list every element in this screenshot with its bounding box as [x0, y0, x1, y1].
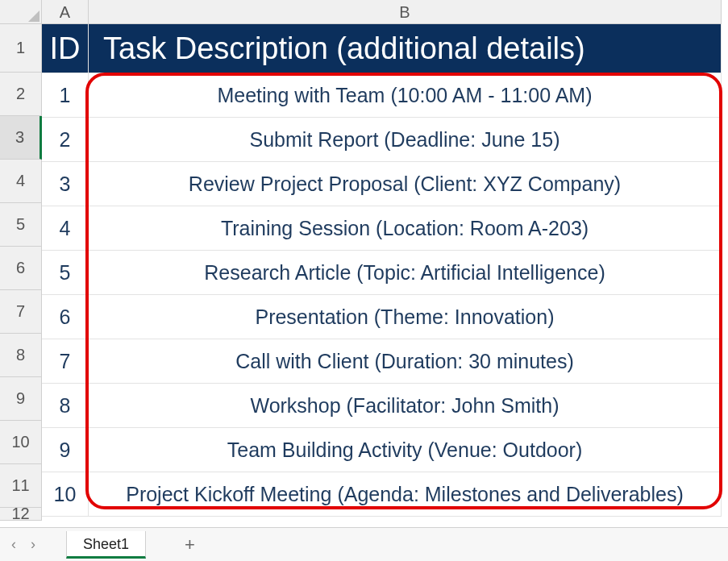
row-header-9[interactable]: 9 — [0, 377, 42, 421]
row-header-7[interactable]: 7 — [0, 290, 42, 334]
sheet-tab-active[interactable]: Sheet1 — [66, 531, 146, 559]
row-header-8[interactable]: 8 — [0, 334, 42, 377]
row-header-10[interactable]: 10 — [0, 421, 42, 464]
table-row: 1 Meeting with Team (10:00 AM - 11:00 AM… — [42, 73, 722, 118]
table-row: 5 Research Article (Topic: Artificial In… — [42, 251, 722, 295]
table-row: 6 Presentation (Theme: Innovation) — [42, 295, 722, 339]
cell-task[interactable]: Meeting with Team (10:00 AM - 11:00 AM) — [89, 73, 722, 117]
spreadsheet-grid: A B 1 2 3 4 5 6 7 8 9 10 11 12 ID Task D… — [0, 0, 728, 516]
column-header-B[interactable]: B — [89, 0, 722, 24]
row-header-5[interactable]: 5 — [0, 203, 42, 247]
cells-area: ID Task Description (additional details)… — [42, 24, 722, 517]
cell-task[interactable]: Workshop (Facilitator: John Smith) — [89, 384, 722, 427]
cell-task[interactable]: Training Session (Location: Room A-203) — [89, 206, 722, 250]
cell-id[interactable]: 9 — [42, 428, 89, 472]
cell-task[interactable]: Research Article (Topic: Artificial Inte… — [89, 251, 722, 294]
table-row: 7 Call with Client (Duration: 30 minutes… — [42, 339, 722, 384]
row-header-4[interactable]: 4 — [0, 160, 42, 203]
cell-id[interactable]: 2 — [42, 118, 89, 161]
cell-id[interactable]: 10 — [42, 472, 89, 516]
table-row: 9 Team Building Activity (Venue: Outdoor… — [42, 428, 722, 472]
cell-id[interactable]: 3 — [42, 162, 89, 206]
cell-task[interactable]: Presentation (Theme: Innovation) — [89, 295, 722, 339]
row-header-2[interactable]: 2 — [0, 73, 42, 116]
cell-task[interactable]: Team Building Activity (Venue: Outdoor) — [89, 428, 722, 472]
cell-id[interactable]: 4 — [42, 206, 89, 250]
add-sheet-button[interactable]: + — [185, 534, 195, 555]
cell-task[interactable]: Submit Report (Deadline: June 15) — [89, 118, 722, 161]
row-header-11[interactable]: 11 — [0, 464, 42, 508]
table-row: 3 Review Project Proposal (Client: XYZ C… — [42, 162, 722, 206]
cell-task[interactable]: Review Project Proposal (Client: XYZ Com… — [89, 162, 722, 206]
cell-id[interactable]: 1 — [42, 73, 89, 117]
tab-nav-next-icon[interactable]: › — [31, 536, 35, 553]
header-cell-task[interactable]: Task Description (additional details) — [89, 24, 722, 73]
table-row: 2 Submit Report (Deadline: June 15) — [42, 118, 722, 162]
cell-task[interactable]: Call with Client (Duration: 30 minutes) — [89, 339, 722, 383]
cell-id[interactable]: 5 — [42, 251, 89, 294]
tab-nav-prev-icon[interactable]: ‹ — [11, 536, 16, 553]
table-row: 10 Project Kickoff Meeting (Agenda: Mile… — [42, 472, 722, 517]
header-cell-id[interactable]: ID — [42, 24, 89, 73]
select-all-triangle-icon — [28, 10, 40, 22]
row-headers: 1 2 3 4 5 6 7 8 9 10 11 12 — [0, 24, 42, 521]
table-header-row: ID Task Description (additional details) — [42, 24, 722, 73]
select-all-corner[interactable] — [0, 0, 42, 24]
row-header-3[interactable]: 3 — [0, 116, 42, 160]
table-row: 4 Training Session (Location: Room A-203… — [42, 206, 722, 251]
sheet-tab-bar: ‹ › Sheet1 + — [0, 527, 728, 561]
row-header-6[interactable]: 6 — [0, 247, 42, 290]
table-row: 8 Workshop (Facilitator: John Smith) — [42, 384, 722, 428]
cell-id[interactable]: 7 — [42, 339, 89, 383]
cell-task[interactable]: Project Kickoff Meeting (Agenda: Milesto… — [89, 472, 722, 516]
row-header-12[interactable]: 12 — [0, 508, 42, 521]
cell-id[interactable]: 8 — [42, 384, 89, 427]
row-header-1[interactable]: 1 — [0, 24, 42, 73]
cell-id[interactable]: 6 — [42, 295, 89, 339]
column-headers: A B — [42, 0, 722, 24]
svg-marker-0 — [28, 10, 40, 22]
column-header-A[interactable]: A — [42, 0, 89, 24]
